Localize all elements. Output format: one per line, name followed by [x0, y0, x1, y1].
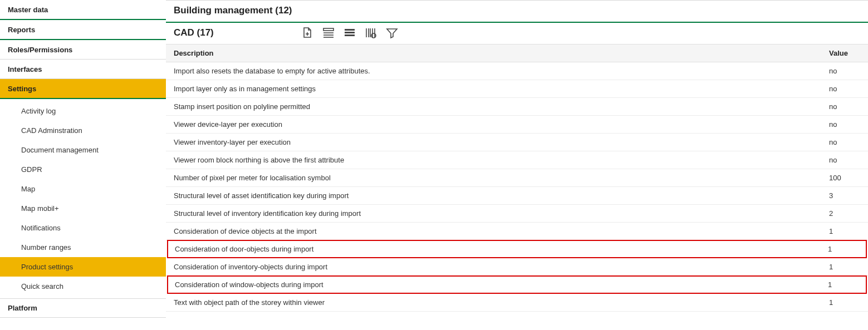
barcode-icon[interactable] — [364, 26, 377, 40]
cell-description: Consideration of device objects at the i… — [174, 227, 829, 235]
sidebar-subitem-number-ranges[interactable]: Number ranges — [0, 238, 166, 257]
sidebar-item-platform[interactable]: Platform — [0, 298, 166, 318]
toolbar-title: CAD (17) — [174, 27, 301, 38]
table-row[interactable]: Consideration of window-objects during i… — [167, 275, 867, 294]
cell-value: 1 — [829, 263, 860, 271]
column-header-value[interactable]: Value — [829, 49, 860, 57]
table-row[interactable]: Viewer inventory-layer per executionno — [166, 134, 868, 151]
table-row[interactable]: Import also resets the database to empty… — [166, 62, 868, 80]
sidebar-subitem-map[interactable]: Map — [0, 179, 166, 199]
table-header: Description Value — [166, 45, 868, 62]
cell-description: Import also resets the database to empty… — [174, 67, 829, 75]
cell-value: 1 — [829, 227, 860, 235]
table-row[interactable]: Consideration of device objects at the i… — [166, 223, 868, 240]
cell-value: no — [829, 138, 860, 146]
table-body: Import also resets the database to empty… — [166, 62, 868, 312]
sidebar-item-reports[interactable]: Reports — [0, 20, 166, 40]
cell-description: Viewer room block northing is above the … — [174, 156, 829, 164]
cell-value: no — [829, 156, 860, 164]
cell-value: 1 — [828, 245, 859, 253]
cell-description: Import layer only as in management setti… — [174, 85, 829, 93]
svg-rect-5 — [345, 32, 355, 33]
cell-description: Structural level of inventory identifica… — [174, 209, 829, 218]
sidebar-subitem-activity-log[interactable]: Activity log — [0, 101, 166, 121]
table-row[interactable]: Stamp insert position on polyline permit… — [166, 98, 868, 116]
sidebar-subitem-product-settings[interactable]: Product settings — [0, 257, 166, 277]
cell-value: 1 — [828, 280, 859, 289]
new-document-icon[interactable] — [301, 26, 314, 40]
cell-description: Viewer inventory-layer per execution — [174, 138, 829, 146]
cell-value: 3 — [829, 191, 860, 200]
svg-rect-4 — [345, 29, 355, 31]
sidebar-subitem-document-management[interactable]: Document management — [0, 140, 166, 160]
sidebar-item-roles-permissions[interactable]: Roles/Permissions — [0, 40, 166, 60]
cell-value: 2 — [829, 209, 860, 218]
cell-description: Stamp insert position on polyline permit… — [174, 102, 829, 111]
table-row[interactable]: Viewer device-layer per executionno — [166, 116, 868, 134]
cell-value: 1 — [829, 298, 860, 307]
cell-value: no — [829, 120, 860, 129]
table-row[interactable]: Viewer room block northing is above the … — [166, 151, 868, 169]
sidebar-subitem-quick-search[interactable]: Quick search — [0, 277, 166, 296]
table-row[interactable]: Number of pixel per meter for localisati… — [166, 169, 868, 187]
cell-description: Number of pixel per meter for localisati… — [174, 174, 829, 182]
column-header-description[interactable]: Description — [174, 49, 829, 57]
sidebar-item-interfaces[interactable]: Interfaces — [0, 60, 166, 79]
sidebar-sublist: Activity logCAD AdminstrationDocument ma… — [0, 99, 166, 298]
cell-value: no — [829, 102, 860, 111]
cell-description: Text with object path of the storey with… — [174, 298, 829, 307]
cell-description: Consideration of window-objects during i… — [175, 280, 828, 289]
cell-description: Consideration of inventory-objects durin… — [174, 263, 829, 271]
table-row[interactable]: Import layer only as in management setti… — [166, 80, 868, 98]
cell-value: no — [829, 85, 860, 93]
list-view-icon[interactable] — [343, 26, 356, 40]
cell-description: Structural level of asset identification… — [174, 191, 829, 200]
cell-value: no — [829, 67, 860, 75]
svg-rect-6 — [345, 35, 355, 36]
cell-description: Viewer device-layer per execution — [174, 120, 829, 129]
toolbar: CAD (17) — [166, 23, 868, 45]
sidebar-item-master-data[interactable]: Master data — [0, 0, 166, 20]
table-row[interactable]: Structural level of inventory identifica… — [166, 205, 868, 223]
sidebar-subitem-gdpr[interactable]: GDPR — [0, 160, 166, 179]
table-row[interactable]: Consideration of inventory-objects durin… — [166, 258, 868, 276]
page-title: Building management (12) — [166, 1, 868, 23]
table-row[interactable]: Consideration of door-objects during imp… — [167, 240, 867, 258]
cell-value: 100 — [829, 174, 860, 182]
table-row[interactable]: Structural level of asset identification… — [166, 187, 868, 205]
sidebar-subitem-notifications[interactable]: Notifications — [0, 218, 166, 238]
main-panel: Building management (12) CAD (17) — [166, 0, 868, 318]
table-row[interactable]: Text with object path of the storey with… — [166, 294, 868, 312]
table-compact-icon[interactable] — [322, 26, 335, 40]
svg-rect-0 — [323, 28, 334, 31]
filter-icon[interactable] — [385, 26, 399, 40]
sidebar-item-settings[interactable]: Settings — [0, 79, 166, 99]
sidebar-subitem-map-mobil-[interactable]: Map mobil+ — [0, 199, 166, 218]
cell-description: Consideration of door-objects during imp… — [175, 245, 828, 253]
sidebar: Master dataReportsRoles/PermissionsInter… — [0, 0, 166, 318]
sidebar-subitem-cad-adminstration[interactable]: CAD Adminstration — [0, 121, 166, 140]
